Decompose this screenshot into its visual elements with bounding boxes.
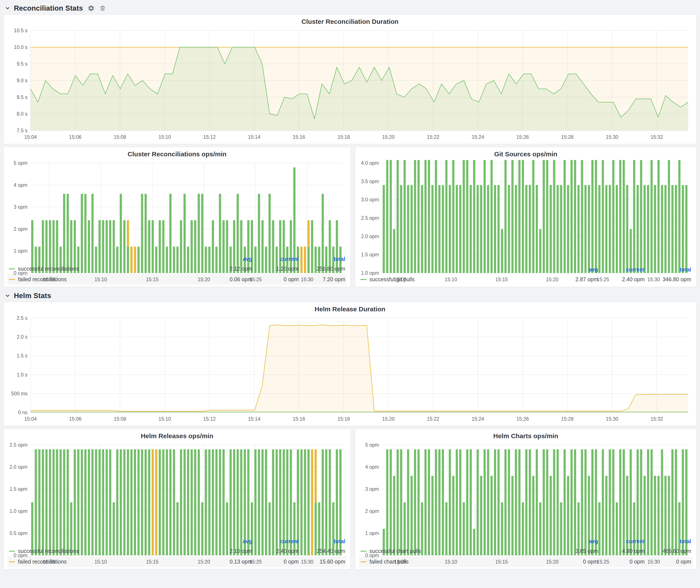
legend-value: 0 opm (645, 559, 691, 565)
legend-series-toggle[interactable]: failed chart pulls (360, 559, 552, 565)
legend-series-name: failed reconciliations (18, 276, 67, 283)
legend-column-avg[interactable]: avg (552, 267, 598, 273)
legend-series-name: successful reconciliations (18, 548, 79, 554)
svg-text:15:14: 15:14 (248, 416, 261, 422)
svg-text:1.5 opm: 1.5 opm (361, 252, 379, 257)
svg-text:15:08: 15:08 (114, 134, 126, 140)
svg-text:10.5 s: 10.5 s (14, 28, 27, 33)
legend-series-toggle[interactable]: failed reconciliations (9, 276, 206, 283)
legend-value: 3.85 opm (552, 548, 598, 554)
legend-value: 1.20 opm (252, 266, 299, 272)
legend-value: 4.80 opm (598, 548, 645, 554)
legend: avgcurrenttotalsuccessful chart pulls3.8… (358, 536, 694, 567)
svg-text:2.5 opm: 2.5 opm (361, 215, 379, 221)
chart-cluster-reconciliations-opm[interactable]: 0 opm1 opm2 opm3 opm4 opm5 opm15:0515:10… (6, 160, 348, 254)
legend-column-current[interactable]: current (598, 538, 645, 544)
gear-icon[interactable] (88, 5, 95, 12)
svg-text:9.5 s: 9.5 s (17, 61, 27, 67)
svg-text:15:04: 15:04 (24, 416, 37, 422)
svg-text:15:24: 15:24 (472, 134, 484, 140)
legend-column-current[interactable]: current (598, 267, 645, 273)
series-swatch-icon (9, 561, 15, 562)
legend-row: failed reconciliations0.13 opm0 opm15.60… (8, 556, 347, 567)
panel-title[interactable]: Cluster Reconciliation Duration (6, 16, 694, 27)
section-header-reconciliation-stats: Reconciliation Stats (3, 2, 697, 14)
legend-column-total[interactable]: total (299, 256, 345, 262)
legend-row: successful git pulls2.87 opm2.40 opm346.… (359, 274, 692, 285)
legend-column-total[interactable]: total (645, 538, 691, 544)
svg-text:15:12: 15:12 (203, 416, 216, 422)
legend-column-avg[interactable]: avg (206, 256, 252, 262)
legend-series-toggle[interactable]: successful reconciliations (9, 548, 206, 554)
svg-text:8.0 s: 8.0 s (17, 111, 27, 117)
legend-value: 2.40 opm (598, 276, 645, 283)
legend-series-toggle[interactable]: successful reconciliations (9, 266, 206, 272)
chart-helm-charts-opm[interactable]: 0 opm1 opm2 opm3 opm4 opm5 opm15:0515:10… (358, 442, 694, 536)
svg-text:3.0 opm: 3.0 opm (361, 197, 379, 202)
panel-title[interactable]: Helm Releases ops/min (6, 431, 348, 442)
svg-text:1.0 s: 1.0 s (17, 372, 27, 378)
svg-text:15:14: 15:14 (248, 134, 261, 140)
svg-text:2.5 opm: 2.5 opm (10, 442, 27, 448)
svg-text:15:18: 15:18 (337, 134, 350, 140)
legend-column-avg[interactable]: avg (552, 538, 598, 544)
trash-icon[interactable] (99, 5, 106, 11)
legend-value: 2.12 opm (206, 266, 252, 272)
svg-text:7.5 s: 7.5 s (17, 128, 27, 133)
svg-text:15:06: 15:06 (69, 134, 82, 140)
svg-text:10.0 s: 10.0 s (14, 44, 27, 50)
svg-text:15:06: 15:06 (69, 416, 82, 422)
legend-row: failed reconciliations0.06 opm0 opm7.20 … (8, 274, 347, 285)
legend-row: successful reconciliations2.12 opm1.20 o… (8, 263, 347, 274)
chevron-down-icon[interactable] (5, 5, 10, 11)
panel-title[interactable]: Helm Charts ops/min (358, 431, 694, 442)
panel-title[interactable]: Cluster Reconciliations ops/min (6, 149, 348, 160)
legend-series-name: successful chart pulls (369, 548, 421, 554)
svg-text:15:22: 15:22 (427, 416, 439, 422)
legend-value: 2.40 opm (252, 548, 299, 554)
svg-text:15:08: 15:08 (114, 416, 126, 422)
legend-value: 0 opm (598, 559, 645, 565)
panel-title[interactable]: Git Sources ops/min (358, 149, 694, 160)
svg-text:15:16: 15:16 (293, 416, 305, 422)
svg-text:3.5 opm: 3.5 opm (361, 179, 379, 184)
panel-helm-releases-opm: Helm Releases ops/min 0 opm0.5 opm1.0 op… (3, 429, 351, 569)
legend-value: 7.20 opm (299, 276, 345, 283)
legend-series-toggle[interactable]: successful chart pulls (360, 548, 552, 554)
svg-text:15:28: 15:28 (561, 134, 574, 140)
chart-canvas: 7.5 s8.0 s8.5 s9.0 s9.5 s10.0 s10.5 s15:… (6, 27, 694, 142)
legend-value: 2.87 opm (552, 276, 598, 283)
legend-column-total[interactable]: total (645, 267, 691, 273)
svg-text:2.0 s: 2.0 s (17, 334, 27, 340)
legend-column-current[interactable]: current (252, 538, 299, 544)
legend-series-toggle[interactable]: failed reconciliations (9, 559, 206, 565)
section-title[interactable]: Reconciliation Stats (14, 4, 83, 12)
series-swatch-icon (9, 279, 15, 280)
svg-text:4 opm: 4 opm (14, 182, 27, 188)
svg-text:15:26: 15:26 (516, 416, 529, 422)
chart-helm-release-duration[interactable]: 0 ns500 ms1.0 s1.5 s2.0 s2.5 s15:0415:06… (6, 315, 694, 424)
legend-series-name: successful reconciliations (18, 266, 79, 272)
panel-title[interactable]: Helm Release Duration (6, 304, 694, 315)
legend-series-toggle[interactable]: successful git pulls (360, 276, 552, 283)
panel-cluster-reconciliation-duration: Cluster Reconciliation Duration 7.5 s8.0… (3, 14, 697, 144)
svg-text:0 ns: 0 ns (18, 410, 27, 415)
series-swatch-icon (360, 279, 366, 280)
section-title[interactable]: Helm Stats (14, 292, 51, 300)
chart-cluster-reconciliation-duration[interactable]: 7.5 s8.0 s8.5 s9.0 s9.5 s10.0 s10.5 s15:… (6, 27, 694, 142)
chart-helm-releases-opm[interactable]: 0 opm0.5 opm1.0 opm1.5 opm2.0 opm2.5 opm… (6, 442, 348, 536)
panel-cluster-reconciliations-opm: Cluster Reconciliations ops/min 0 opm1 o… (3, 147, 351, 287)
chevron-down-icon[interactable] (5, 293, 10, 299)
legend-value: 2.10 opm (206, 548, 252, 554)
legend-row: successful chart pulls3.85 opm4.80 opm46… (359, 546, 692, 556)
chart-git-sources-opm[interactable]: 1.0 opm1.5 opm2.0 opm2.5 opm3.0 opm3.5 o… (358, 160, 694, 264)
svg-text:1.5 opm: 1.5 opm (10, 486, 27, 492)
legend-column-avg[interactable]: avg (206, 538, 252, 544)
legend-column-total[interactable]: total (299, 538, 345, 544)
series-swatch-icon (360, 561, 366, 562)
panel-helm-charts-opm: Helm Charts ops/min 0 opm1 opm2 opm3 opm… (355, 429, 697, 569)
legend-column-current[interactable]: current (252, 256, 299, 262)
svg-text:15:20: 15:20 (382, 134, 395, 140)
legend-value: 465.60 opm (645, 548, 691, 554)
svg-text:15:24: 15:24 (472, 416, 484, 422)
